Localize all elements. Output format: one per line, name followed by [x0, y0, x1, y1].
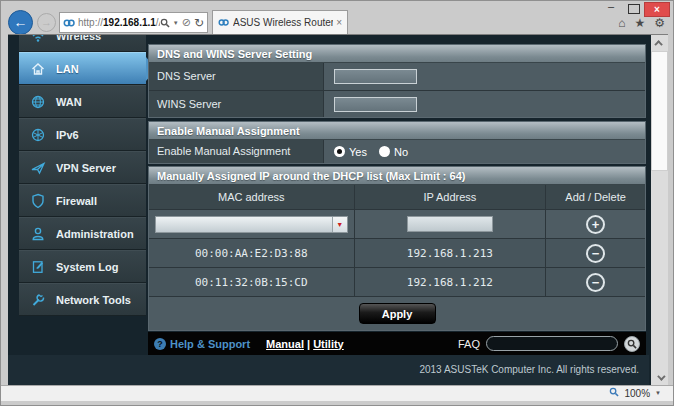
dns-server-label: DNS Server [149, 63, 324, 90]
sidebar-label: Firewall [56, 195, 97, 207]
page-viewport: Wireless LAN WAN IPv6 [8, 34, 668, 385]
sidebar-item-wireless[interactable]: Wireless [19, 34, 146, 52]
radio-yes[interactable] [334, 146, 345, 157]
manual-link[interactable]: Manual [266, 338, 304, 350]
sidebar-label: Wireless [56, 34, 101, 42]
utility-link[interactable]: Utility [313, 338, 344, 350]
sidebar-item-system-log[interactable]: System Log [19, 250, 146, 283]
help-question-icon: ? [154, 338, 166, 350]
select-arrow-icon[interactable]: ▼ [332, 217, 347, 232]
sidebar-item-firewall[interactable]: Firewall [19, 184, 146, 217]
delete-button[interactable]: − [586, 244, 605, 263]
back-button[interactable]: ← [8, 10, 33, 35]
link-divider: | [307, 338, 310, 350]
refresh-icon[interactable]: ↻ [194, 17, 204, 29]
sidebar-label: IPv6 [56, 129, 79, 141]
sidebar-item-ipv6[interactable]: IPv6 [19, 118, 146, 151]
favorites-star-icon[interactable]: ★ [634, 16, 645, 30]
col-mac-address: MAC address [149, 185, 354, 209]
dns-server-input[interactable] [334, 69, 417, 84]
radio-no-label: No [394, 146, 408, 158]
sidebar-label: System Log [56, 261, 118, 273]
add-button[interactable]: + [586, 215, 605, 234]
mac-address-select[interactable]: ▼ [155, 216, 348, 233]
sidebar-label: LAN [56, 63, 79, 75]
search-dropdown-icon[interactable]: ▼ [173, 20, 179, 26]
section-title: Enable Manual Assignment [149, 122, 645, 140]
radio-yes-label: Yes [349, 146, 367, 158]
manual-assignment-label: Enable Manual Assignment [149, 140, 324, 163]
delete-button[interactable]: − [586, 273, 605, 292]
sidebar-item-wan[interactable]: WAN [19, 85, 146, 118]
wins-server-input[interactable] [334, 97, 417, 112]
sidebar-nav: Wireless LAN WAN IPv6 [19, 34, 146, 316]
browser-tab[interactable]: ASUS Wireless Router RT-N... × [212, 10, 348, 34]
table-header-row: MAC address IP Address Add / Delete [149, 185, 645, 210]
radio-no[interactable] [379, 146, 390, 157]
browser-navbar: ← → http://192.168.1.1/Advanced_I ▼ ⊘ ↻ … [1, 1, 673, 34]
section-title: DNS and WINS Server Setting [149, 45, 645, 63]
forward-button[interactable]: → [37, 13, 56, 32]
dns-wins-section: DNS and WINS Server Setting DNS Server W… [148, 44, 646, 118]
vertical-scrollbar[interactable] [651, 35, 668, 385]
manual-assignment-section: Enable Manual Assignment Enable Manual A… [148, 121, 646, 164]
ip-address-input[interactable] [407, 216, 493, 232]
zoom-magnifier-icon [609, 387, 619, 399]
zoom-dropdown-icon[interactable]: ▼ [655, 390, 661, 396]
log-document-icon [19, 259, 56, 275]
sidebar-item-vpn-server[interactable]: VPN Server [19, 151, 146, 184]
faq-search-button[interactable] [624, 336, 640, 352]
sidebar-label: Administration [56, 228, 134, 240]
tab-close-icon[interactable]: × [336, 17, 342, 28]
faq-search-input[interactable] [486, 336, 618, 351]
sidebar-item-administration[interactable]: Administration [19, 217, 146, 250]
zoom-level: 100% [624, 388, 650, 399]
tab-favicon-icon [218, 14, 229, 32]
section-title: Manually Assigned IP around the DHCP lis… [149, 167, 645, 185]
dhcp-list-section: Manually Assigned IP around the DHCP lis… [148, 166, 646, 331]
sidebar-item-network-tools[interactable]: Network Tools [19, 283, 146, 316]
person-icon [19, 226, 56, 242]
window-controls: – × [600, 2, 670, 17]
apply-button[interactable]: Apply [359, 303, 436, 324]
maximize-button[interactable] [622, 2, 644, 15]
minimize-button[interactable]: – [600, 2, 622, 15]
wan-globe-icon [19, 94, 56, 110]
sidebar-item-lan[interactable]: LAN [19, 52, 146, 85]
close-window-button[interactable]: × [644, 2, 670, 17]
zoom-control[interactable]: 100% ▼ [609, 387, 661, 399]
sidebar-label: Network Tools [56, 294, 131, 306]
wins-server-label: WINS Server [149, 91, 324, 117]
url-text: http://192.168.1.1/Advanced_I [78, 17, 160, 28]
settings-gear-icon[interactable]: ⚙ [654, 16, 665, 30]
home-icon[interactable]: ⌂ [618, 16, 625, 30]
copyright-bar: 2013 ASUSTeK Computer Inc. All rights re… [8, 355, 649, 385]
help-support-link[interactable]: Help & Support [170, 338, 250, 350]
wireless-icon [19, 34, 56, 44]
faq-label: FAQ [458, 338, 480, 350]
main-content: DNS and WINS Server Setting DNS Server W… [148, 35, 646, 385]
browser-window: – × ← → http://192.168.1.1/Advanced_I ▼ … [0, 0, 674, 406]
col-add-delete: Add / Delete [545, 185, 645, 209]
copyright-text: 2013 ASUSTeK Computer Inc. All rights re… [419, 364, 639, 375]
stop-icon[interactable]: ⊘ [182, 17, 191, 28]
sidebar-label: VPN Server [56, 162, 116, 174]
col-ip-address: IP Address [354, 185, 546, 209]
tab-title: ASUS Wireless Router RT-N... [233, 17, 333, 28]
sidebar-label: WAN [56, 96, 82, 108]
lan-house-icon [19, 61, 56, 77]
table-input-row: ▼ + [149, 210, 645, 239]
vpn-icon [19, 160, 56, 176]
wrench-icon [19, 292, 56, 308]
search-icon[interactable] [160, 14, 170, 32]
scroll-up-icon[interactable] [651, 35, 668, 51]
ip-value: 192.168.1.213 [354, 239, 546, 267]
asus-favicon-icon [63, 17, 75, 29]
scroll-down-icon[interactable] [651, 370, 668, 385]
status-bar: 100% ▼ [1, 385, 674, 401]
table-row: 00:11:32:0B:15:CD 192.168.1.212 − [149, 268, 645, 297]
address-bar[interactable]: http://192.168.1.1/Advanced_I ▼ ⊘ ↻ [59, 12, 208, 33]
scrollbar-thumb[interactable] [651, 51, 668, 171]
mac-value: 00:00:AA:E2:D3:88 [149, 239, 354, 267]
help-footer-bar: ? Help & Support Manual | Utility FAQ [148, 332, 646, 355]
